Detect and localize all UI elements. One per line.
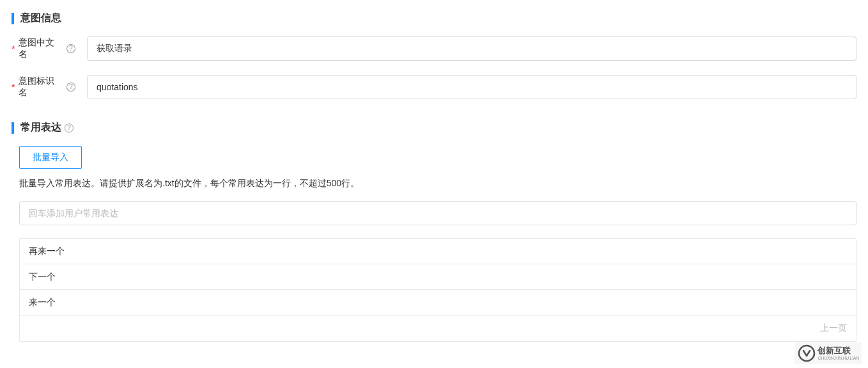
required-mark: * (12, 82, 15, 92)
label-cn-name-text: 意图中文名 (19, 37, 63, 60)
import-hint-text: 批量导入常用表达。请提供扩展名为.txt的文件，每个常用表达为一行，不超过500… (19, 178, 856, 189)
pager-prev[interactable]: 上一页 (820, 323, 847, 334)
watermark-logo-icon (797, 344, 816, 363)
help-icon[interactable]: ? (66, 83, 75, 92)
section-accent-bar (12, 13, 14, 24)
watermark-text: 创新互联 CHUXIN.XIN.HU.LIAN (818, 346, 859, 360)
section-intent-header: 意图信息 (12, 12, 856, 25)
list-item-text: 来一个 (29, 297, 56, 308)
list-item-text: 下一个 (29, 271, 56, 283)
watermark-brand: 创新互联 (818, 346, 859, 355)
section-title-expr: 常用表达 (20, 121, 61, 134)
label-id-name: * 意图标识名 ? (12, 76, 87, 99)
form-row-cn-name: * 意图中文名 ? (12, 36, 856, 61)
label-cn-name: * 意图中文名 ? (12, 37, 87, 60)
section-expr-header: 常用表达 ? (12, 121, 856, 134)
watermark: 创新互联 CHUXIN.XIN.HU.LIAN (794, 342, 862, 364)
help-icon[interactable]: ? (65, 124, 74, 132)
label-id-name-text: 意图标识名 (19, 76, 63, 99)
section-accent-bar (12, 122, 14, 134)
required-mark: * (12, 44, 15, 54)
watermark-sub: CHUXIN.XIN.HU.LIAN (818, 356, 859, 360)
list-item[interactable]: 来一个 (20, 290, 856, 316)
help-icon[interactable]: ? (66, 44, 75, 53)
list-item[interactable]: 再来一个 (20, 239, 856, 264)
expression-table: 再来一个 下一个 来一个 上一页 (19, 238, 856, 342)
input-id-name[interactable] (87, 75, 856, 99)
pager-row: 上一页 (20, 316, 856, 341)
svg-point-0 (799, 346, 814, 361)
list-item-text: 再来一个 (29, 246, 65, 257)
list-item[interactable]: 下一个 (20, 264, 856, 290)
section-title-intent: 意图信息 (20, 12, 61, 25)
input-cn-name[interactable] (87, 36, 856, 61)
batch-import-button[interactable]: 批量导入 (19, 146, 82, 169)
add-expression-input[interactable] (19, 201, 856, 225)
form-row-id-name: * 意图标识名 ? (12, 75, 856, 99)
